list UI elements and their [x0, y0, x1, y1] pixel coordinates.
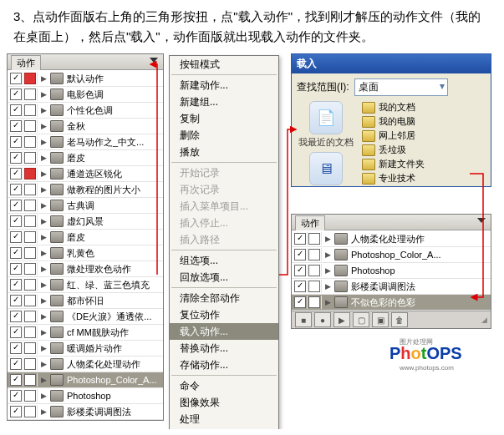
dialog-toggle[interactable]	[24, 263, 36, 275]
menu-item[interactable]: 文字效果	[170, 427, 278, 429]
expand-triangle-icon[interactable]: ▶	[41, 106, 47, 114]
expand-triangle-icon[interactable]: ▶	[41, 185, 47, 194]
toggle-checkbox[interactable]: ✓	[10, 342, 22, 354]
action-set-row[interactable]: ✓▶老马动作之_中文...	[8, 134, 163, 150]
dialog-toggle[interactable]	[24, 390, 36, 402]
play-button[interactable]: ▶	[333, 312, 350, 327]
toggle-checkbox[interactable]: ✓	[10, 295, 22, 306]
dialog-toggle[interactable]	[24, 231, 36, 243]
action-set-row[interactable]: ✓▶人物柔化处理动作	[292, 231, 491, 247]
action-set-row[interactable]: ✓▶做教程的图片大小	[8, 182, 163, 198]
toggle-checkbox[interactable]: ✓	[10, 231, 22, 243]
file-item[interactable]: 不似色彩的色彩	[362, 186, 446, 187]
toggle-checkbox[interactable]: ✓	[10, 120, 22, 132]
toggle-checkbox[interactable]: ✓	[10, 168, 22, 180]
menu-item[interactable]: 存储动作...	[170, 357, 278, 373]
menu-item[interactable]: 回放选项...	[170, 269, 278, 286]
menu-item[interactable]: 复制	[170, 110, 278, 127]
toggle-checkbox[interactable]: ✓	[294, 296, 306, 308]
action-set-row[interactable]: ✓▶影楼柔调调图法	[292, 279, 491, 295]
action-set-row[interactable]: ✓▶cf MM靓肤动作	[8, 325, 163, 341]
expand-triangle-icon[interactable]: ▶	[41, 138, 47, 146]
expand-triangle-icon[interactable]: ▶	[41, 281, 47, 289]
dialog-toggle[interactable]	[24, 136, 36, 148]
expand-triangle-icon[interactable]: ▶	[41, 201, 47, 210]
file-item[interactable]: 我的文档	[362, 101, 446, 114]
toggle-checkbox[interactable]: ✓	[10, 152, 22, 164]
toggle-checkbox[interactable]: ✓	[10, 104, 22, 116]
expand-triangle-icon[interactable]: ▶	[325, 250, 331, 259]
dialog-toggle[interactable]	[308, 249, 320, 260]
record-button[interactable]: ●	[314, 312, 331, 327]
dialog-toggle[interactable]	[24, 89, 36, 100]
action-set-row[interactable]: ✓▶磨皮	[8, 150, 163, 166]
action-set-row[interactable]: ✓▶人物柔化处理动作	[8, 357, 163, 372]
dialog-toggle[interactable]	[24, 104, 36, 116]
toggle-checkbox[interactable]: ✓	[10, 200, 22, 211]
menu-item[interactable]: 按钮模式	[170, 56, 278, 73]
dialog-toggle[interactable]	[24, 326, 36, 338]
dialog-toggle[interactable]	[24, 406, 36, 417]
menu-item[interactable]: 载入动作...	[170, 323, 278, 340]
action-set-row[interactable]: ✓▶默认动作	[8, 71, 163, 87]
new-action-button[interactable]: ▣	[372, 312, 389, 327]
action-set-row[interactable]: ✓▶Photoshop_Color_A...	[8, 372, 163, 388]
file-item[interactable]: 我的电脑	[362, 115, 446, 128]
dialog-toggle[interactable]	[24, 120, 36, 132]
action-set-row[interactable]: ✓▶虚幻风景	[8, 214, 163, 230]
panel-tab-actions[interactable]: 动作	[11, 55, 41, 70]
toggle-checkbox[interactable]: ✓	[10, 358, 22, 370]
expand-triangle-icon[interactable]: ▶	[41, 169, 47, 178]
dialog-toggle[interactable]	[24, 73, 36, 84]
resize-grip-icon[interactable]: ◢	[481, 316, 487, 324]
menu-item[interactable]: 复位动作	[170, 306, 278, 323]
dialog-toggle[interactable]	[24, 152, 36, 164]
file-item[interactable]: 丢垃圾	[362, 144, 446, 156]
toggle-checkbox[interactable]: ✓	[10, 136, 22, 148]
menu-item[interactable]: 图像效果	[170, 394, 278, 411]
menu-item[interactable]: 组选项...	[170, 252, 278, 269]
expand-triangle-icon[interactable]: ▶	[41, 328, 47, 336]
expand-triangle-icon[interactable]: ▶	[41, 249, 47, 257]
action-set-row[interactable]: ✓▶乳黄色	[8, 245, 163, 261]
stop-button[interactable]: ■	[295, 312, 312, 327]
dialog-toggle[interactable]	[24, 215, 36, 227]
menu-item[interactable]: 清除全部动作	[170, 290, 278, 306]
toggle-checkbox[interactable]: ✓	[10, 326, 22, 338]
dialog-toggle[interactable]	[308, 265, 320, 276]
new-set-button[interactable]: ▢	[353, 312, 369, 327]
toggle-checkbox[interactable]: ✓	[294, 281, 306, 292]
trash-button[interactable]: 🗑	[391, 312, 408, 327]
action-set-row[interactable]: ✓▶金秋	[8, 119, 163, 134]
toggle-checkbox[interactable]: ✓	[10, 73, 22, 84]
dialog-toggle[interactable]	[308, 233, 320, 245]
expand-triangle-icon[interactable]: ▶	[41, 233, 47, 241]
toggle-checkbox[interactable]: ✓	[10, 279, 22, 291]
dialog-toggle[interactable]	[24, 279, 36, 291]
dialog-toggle[interactable]	[24, 342, 36, 354]
menu-item[interactable]: 播放	[170, 144, 278, 160]
expand-triangle-icon[interactable]: ▶	[41, 265, 47, 273]
expand-triangle-icon[interactable]: ▶	[41, 312, 47, 321]
expand-triangle-icon[interactable]: ▶	[41, 217, 47, 225]
action-set-row[interactable]: ✓▶Photoshop	[292, 263, 491, 279]
expand-triangle-icon[interactable]: ▶	[41, 154, 47, 162]
toggle-checkbox[interactable]: ✓	[10, 390, 22, 402]
expand-triangle-icon[interactable]: ▶	[41, 122, 47, 130]
action-set-row[interactable]: ✓▶磨皮	[8, 230, 163, 245]
dialog-toggle[interactable]	[24, 295, 36, 306]
toggle-checkbox[interactable]: ✓	[10, 89, 22, 100]
panel2-tab-actions[interactable]: 动作	[295, 215, 325, 230]
toggle-checkbox[interactable]: ✓	[10, 311, 22, 322]
expand-triangle-icon[interactable]: ▶	[325, 282, 331, 291]
dialog-toggle[interactable]	[24, 200, 36, 211]
action-set-row[interactable]: ✓▶Photoshop	[8, 388, 163, 404]
menu-item[interactable]: 替换动作...	[170, 340, 278, 357]
action-set-row[interactable]: ✓▶电影色调	[8, 87, 163, 103]
file-item[interactable]: 专业技术	[362, 172, 446, 185]
toggle-checkbox[interactable]: ✓	[10, 263, 22, 275]
file-item[interactable]: 网上邻居	[362, 129, 446, 142]
action-set-row[interactable]: ✓▶个性化色调	[8, 103, 163, 119]
place-desktop[interactable]: 🖥 桌面	[297, 152, 355, 187]
file-item[interactable]: 新建文件夹	[362, 158, 446, 170]
